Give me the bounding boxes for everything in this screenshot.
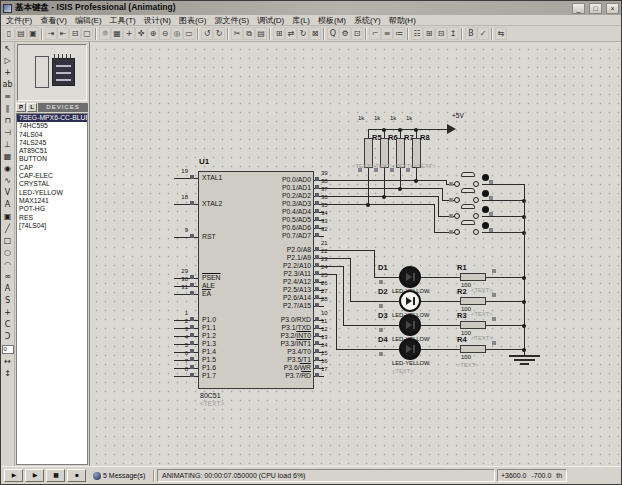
- bus-tool[interactable]: ∥: [2, 103, 14, 115]
- packaging-tool[interactable]: ⊡: [351, 27, 363, 40]
- device-list-item[interactable]: 7SEG-MPX6-CC-BLUE: [17, 114, 87, 122]
- design-explorer[interactable]: ☷: [411, 27, 423, 40]
- toggle-false-origin[interactable]: +: [123, 27, 135, 40]
- resistor-r3[interactable]: [460, 321, 486, 329]
- orientation-angle-field[interactable]: 0: [2, 345, 14, 354]
- zoom-to-area[interactable]: ▭: [183, 27, 195, 40]
- button-actuator-dot[interactable]: [482, 222, 489, 229]
- device-list-item[interactable]: RES: [17, 214, 87, 222]
- device-list-item[interactable]: POT-HG: [17, 205, 87, 213]
- resistor-r4[interactable]: [460, 345, 486, 353]
- button-actuator-dot[interactable]: [482, 190, 489, 197]
- menu-item-5[interactable]: 图表(G): [175, 15, 211, 26]
- menu-item-8[interactable]: 库(L): [288, 15, 314, 26]
- library-manager-button[interactable]: L: [27, 103, 37, 112]
- zoom-all[interactable]: ◎: [171, 27, 183, 40]
- 2d-path-tool[interactable]: ∞: [2, 271, 14, 283]
- step-button[interactable]: I▶: [25, 469, 44, 482]
- menu-item-11[interactable]: 帮助(H): [385, 15, 420, 26]
- 2d-circle-tool[interactable]: ○: [2, 247, 14, 259]
- remove-sheet[interactable]: ⊟: [435, 27, 447, 40]
- horizontal-mirror-tool[interactable]: ↔: [2, 356, 14, 368]
- print-design[interactable]: ⊟: [69, 27, 81, 40]
- make-device[interactable]: ⚙: [339, 27, 351, 40]
- 2d-arc-tool[interactable]: ◠: [2, 259, 14, 271]
- graph-tool[interactable]: ▦: [2, 151, 14, 163]
- virtual-instrument-tool[interactable]: ▣: [2, 211, 14, 223]
- vertical-mirror-tool[interactable]: ↕: [2, 368, 14, 380]
- device-list-item[interactable]: CAP: [17, 164, 87, 172]
- selection-pointer-tool[interactable]: ↖: [2, 43, 14, 55]
- restore-button[interactable]: □: [589, 3, 602, 14]
- button-actuator-dot[interactable]: [482, 174, 489, 181]
- bill-of-materials[interactable]: B: [465, 27, 477, 40]
- device-list-item[interactable]: 74HC595: [17, 122, 87, 130]
- paste-from-clipboard[interactable]: ▤: [255, 27, 267, 40]
- stop-button[interactable]: ■: [67, 469, 86, 482]
- redo[interactable]: ↻: [213, 27, 225, 40]
- resistor-r1[interactable]: [460, 273, 486, 281]
- zoom-in[interactable]: ⊕: [147, 27, 159, 40]
- generator-tool[interactable]: ∿: [2, 175, 14, 187]
- block-copy[interactable]: ⊞: [273, 27, 285, 40]
- push-button-4[interactable]: [461, 220, 475, 225]
- pause-button[interactable]: ▮▮: [46, 469, 65, 482]
- messages-icon[interactable]: [93, 472, 101, 480]
- new-design[interactable]: ▯: [3, 27, 15, 40]
- goto-parent-sheet[interactable]: ↥: [447, 27, 459, 40]
- center-at-cursor[interactable]: ✜: [135, 27, 147, 40]
- menu-item-1[interactable]: 查看(V): [36, 15, 71, 26]
- component-tool[interactable]: ▷: [2, 55, 14, 67]
- import-section[interactable]: ⇥: [45, 27, 57, 40]
- electrical-rule-check[interactable]: ✓: [477, 27, 489, 40]
- menu-item-9[interactable]: 模板(M): [314, 15, 350, 26]
- device-list-item[interactable]: MAX1241: [17, 197, 87, 205]
- device-list-item[interactable]: CRYSTAL: [17, 180, 87, 188]
- 2d-line-tool[interactable]: ╱: [2, 223, 14, 235]
- netlist-to-ares[interactable]: ⇆: [495, 27, 507, 40]
- export-section[interactable]: ⇤: [57, 27, 69, 40]
- message-count[interactable]: 5 Message(s): [103, 472, 151, 479]
- schematic-canvas[interactable]: U180C51<TEXT>19XTAL118XTAL29RST29PSEN30A…: [90, 42, 621, 466]
- new-root-sheet[interactable]: ⊞: [423, 27, 435, 40]
- terminal-tool[interactable]: ⊣: [2, 127, 14, 139]
- text-script-tool[interactable]: ≡: [2, 91, 14, 103]
- zoom-out[interactable]: ⊖: [159, 27, 171, 40]
- menu-item-0[interactable]: 文件(F): [2, 15, 36, 26]
- open-design[interactable]: ▤: [15, 27, 27, 40]
- push-button-2[interactable]: [461, 188, 475, 193]
- menu-item-4[interactable]: 设计(N): [140, 15, 175, 26]
- cut-to-clipboard[interactable]: ✂: [231, 27, 243, 40]
- pick-parts-button[interactable]: P: [16, 103, 26, 112]
- menu-item-6[interactable]: 源文件(S): [210, 15, 253, 26]
- block-rotate[interactable]: ↻: [297, 27, 309, 40]
- device-list-item[interactable]: AT89C51: [17, 147, 87, 155]
- block-move[interactable]: ⇄: [285, 27, 297, 40]
- redraw-display[interactable]: ☼: [99, 27, 111, 40]
- device-pin-tool[interactable]: ⊥: [2, 139, 14, 151]
- block-delete[interactable]: ⊠: [309, 27, 321, 40]
- wire-autorouter[interactable]: ⌐: [369, 27, 381, 40]
- 2d-symbol-tool[interactable]: S: [2, 295, 14, 307]
- device-list-item[interactable]: [74LS04]: [17, 222, 87, 230]
- 2d-box-tool[interactable]: □: [2, 235, 14, 247]
- property-assignment[interactable]: ≔: [393, 27, 405, 40]
- mark-output-area[interactable]: ▢: [81, 27, 93, 40]
- menu-item-7[interactable]: 调试(D): [253, 15, 288, 26]
- resistor-r2[interactable]: [460, 297, 486, 305]
- junction-dot-tool[interactable]: +: [2, 67, 14, 79]
- toggle-grid[interactable]: ▦: [111, 27, 123, 40]
- push-button-1[interactable]: [461, 172, 475, 177]
- pick-device[interactable]: Q: [327, 27, 339, 40]
- menu-item-2[interactable]: 编辑(E): [71, 15, 106, 26]
- menu-item-10[interactable]: 系统(Y): [350, 15, 385, 26]
- 2d-marker-tool[interactable]: +: [2, 307, 14, 319]
- voltage-probe-tool[interactable]: V: [2, 187, 14, 199]
- device-list-item[interactable]: 74LS245: [17, 139, 87, 147]
- device-list-item[interactable]: CAP-ELEC: [17, 172, 87, 180]
- device-list-item[interactable]: LED-YELLOW: [17, 189, 87, 197]
- push-button-3[interactable]: [461, 204, 475, 209]
- rotate-anticlockwise-tool[interactable]: Ɔ: [2, 331, 14, 343]
- save-design[interactable]: ▣: [27, 27, 39, 40]
- device-list-item[interactable]: BUTTON: [17, 155, 87, 163]
